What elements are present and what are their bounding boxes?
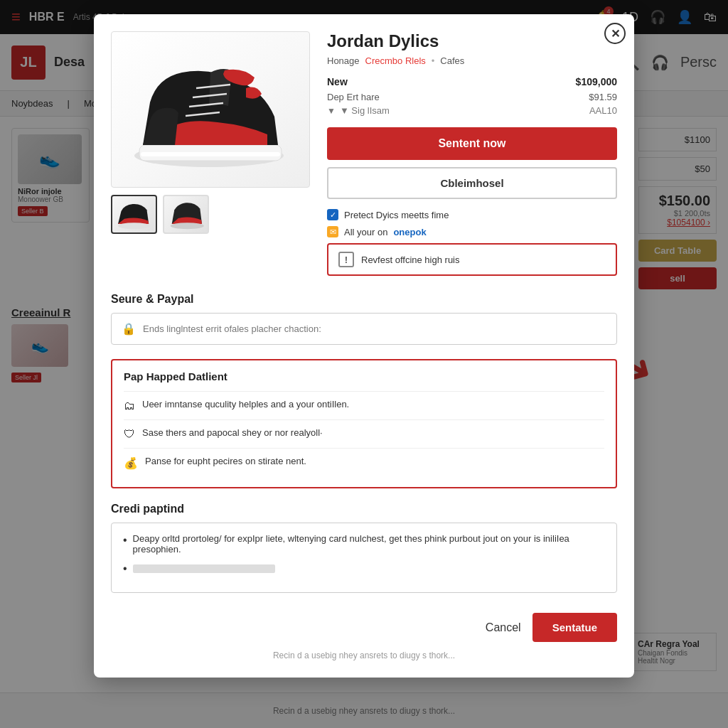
bullet-icon-1: • bbox=[123, 533, 127, 547]
feature-text-2: Sase thers and papocal shey or nor realy… bbox=[142, 427, 323, 438]
modal-footer: Cancel Sentatue bbox=[111, 607, 617, 642]
alert-text: Revfest offcine high ruis bbox=[361, 255, 460, 265]
product-main-image bbox=[111, 31, 310, 188]
credit-title: Credi paptind bbox=[111, 503, 617, 515]
features-box: Pap Happed Datlient 🗂 Ueer imntanse qucu… bbox=[111, 359, 617, 488]
product-images-column bbox=[111, 31, 310, 276]
quality-icon: 🗂 bbox=[124, 400, 135, 412]
meta-link[interactable]: Crecmbo Rlels bbox=[365, 55, 426, 66]
payment-field[interactable]: 🔒 Ends linglntest errit ofales placher c… bbox=[111, 313, 617, 345]
meta-category: Cafes bbox=[440, 55, 464, 66]
add-to-cart-button[interactable]: Cbleimhosel bbox=[327, 167, 617, 199]
credit-redacted-text bbox=[133, 564, 275, 573]
bullet-icon-2: • bbox=[123, 562, 127, 575]
price-icon: 💰 bbox=[124, 456, 138, 470]
thumbnail-2-image bbox=[166, 198, 205, 230]
modal-overlay: ✕ bbox=[0, 0, 728, 728]
cancel-button[interactable]: Cancel bbox=[486, 621, 521, 634]
size-label: ▼ Sig lIsam bbox=[340, 105, 390, 116]
price-new-label: New bbox=[327, 76, 348, 87]
footer-note: Recin d a usebig nhey ansrets to diugy s… bbox=[111, 651, 617, 660]
alert-box: ! Revfest offcine high ruis bbox=[327, 243, 617, 276]
credit-section: Credi paptind • Deapy orltd prortoleg/ f… bbox=[111, 503, 617, 593]
onepok-checkbox[interactable]: ✉ bbox=[327, 226, 338, 237]
protect-checkbox[interactable]: ✓ bbox=[327, 209, 338, 220]
thumbnail-1[interactable] bbox=[111, 195, 157, 234]
credit-text-1: Deapy orltd prortoleg/ for expIpr liete,… bbox=[133, 533, 605, 555]
sneaker-illustration bbox=[125, 38, 296, 181]
credit-item-1: • Deapy orltd prortoleg/ for expIpr liet… bbox=[123, 533, 605, 555]
buy-now-button[interactable]: Sentent now bbox=[327, 127, 617, 160]
payment-placeholder: Ends linglntest errit ofales placher cha… bbox=[143, 323, 321, 334]
size-selector[interactable]: ▼ ▼ Sig lIsam AAL10 bbox=[327, 105, 617, 116]
price-used-label: Dep Ert hare bbox=[327, 92, 380, 102]
svg-point-7 bbox=[118, 223, 150, 229]
meta-dot: • bbox=[432, 55, 435, 66]
price-row-new: New $109,000 bbox=[327, 76, 617, 87]
thumbnail-2[interactable] bbox=[163, 195, 209, 234]
product-thumbnails bbox=[111, 195, 310, 234]
credit-item-2: • bbox=[123, 562, 605, 575]
price-row-used: Dep Ert hare $91.59 bbox=[327, 92, 617, 102]
secure-heading: Seure & Paypal bbox=[111, 293, 617, 306]
onepok-checkbox-row: ✉ All your on onepok bbox=[327, 226, 617, 237]
thumbnail-1-image bbox=[114, 198, 154, 230]
feature-text-1: Ueer imntanse quculity helples and a you… bbox=[142, 399, 349, 410]
price-new-value: $109,000 bbox=[576, 76, 617, 87]
features-title: Pap Happed Datlient bbox=[124, 370, 604, 382]
onepok-label: All your on bbox=[344, 227, 387, 237]
modal-top-section: Jordan Dylics Honage Crecmbo Rlels • Caf… bbox=[111, 31, 617, 276]
feature-item-1: 🗂 Ueer imntanse quculity helples and a y… bbox=[124, 391, 604, 419]
protect-label: Pretect Dyics meetts fime bbox=[344, 210, 449, 220]
product-name: Jordan Dylics bbox=[327, 31, 617, 51]
svg-point-8 bbox=[171, 223, 204, 229]
price-used-value: $91.59 bbox=[589, 92, 617, 102]
size-value: AAL10 bbox=[589, 105, 617, 116]
feature-item-3: 💰 Panse for eupht pecires on stirate nen… bbox=[124, 448, 604, 477]
feature-item-2: 🛡 Sase thers and papocal shey or nor rea… bbox=[124, 419, 604, 448]
product-details-column: Jordan Dylics Honage Crecmbo Rlels • Caf… bbox=[327, 31, 617, 276]
product-modal: ✕ bbox=[94, 14, 634, 678]
svg-rect-6 bbox=[141, 152, 280, 156]
submit-button[interactable]: Sentatue bbox=[532, 613, 617, 642]
feature-text-3: Panse for eupht pecires on stirate nent. bbox=[145, 456, 306, 466]
protect-checkbox-row: ✓ Pretect Dyics meetts fime bbox=[327, 209, 617, 220]
meta-home: Honage bbox=[327, 55, 360, 66]
dropdown-arrow-icon: ▼ bbox=[327, 106, 336, 116]
shield-icon: 🛡 bbox=[124, 428, 135, 441]
product-meta: Honage Crecmbo Rlels • Cafes bbox=[327, 55, 617, 66]
lock-icon: 🔒 bbox=[122, 322, 136, 336]
alert-icon: ! bbox=[338, 252, 354, 267]
onepok-link[interactable]: onepok bbox=[393, 227, 426, 237]
credit-box: • Deapy orltd prortoleg/ for expIpr liet… bbox=[111, 523, 617, 593]
secure-payment-section: Seure & Paypal 🔒 Ends linglntest errit o… bbox=[111, 293, 617, 345]
modal-close-button[interactable]: ✕ bbox=[604, 23, 626, 44]
